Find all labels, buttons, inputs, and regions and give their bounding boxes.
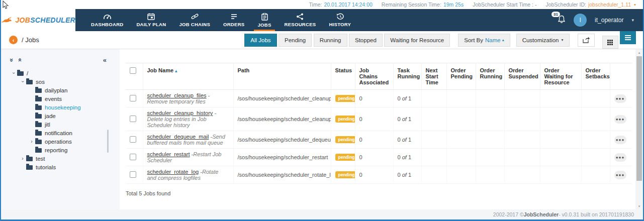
nav-item-jobs[interactable]: JOBS — [251, 9, 278, 31]
tab-stopped[interactable]: Stopped — [349, 34, 383, 47]
tab-waiting-for-resource[interactable]: Waiting for Resource — [384, 34, 450, 47]
expand-all-icon[interactable]: » — [8, 58, 16, 62]
tree-item-housekeeping[interactable]: housekeeping — [10, 103, 115, 112]
col-job-chains[interactable]: Job Chains Associated — [355, 63, 393, 90]
list-view-button[interactable] — [620, 31, 636, 44]
nav-item-history[interactable]: HISTORY — [322, 9, 357, 31]
folder-tree: › / › sos dailyplan events — [10, 69, 115, 171]
folder-icon — [35, 97, 42, 101]
row-actions-button[interactable]: ●●● — [614, 136, 626, 144]
jobs-table-panel: Job Name ▴ Path Status Job Chains Associ… — [120, 49, 643, 209]
col-order-setbacks[interactable]: Order Setbacks — [581, 63, 610, 90]
nav-item-orders[interactable]: ORDERS — [217, 9, 251, 31]
chevron-down-icon[interactable]: › — [20, 78, 26, 85]
col-path[interactable]: Path — [233, 63, 331, 90]
job-chains-count: 0 — [355, 131, 393, 149]
row-checkbox[interactable] — [130, 136, 136, 143]
status-badge: pending — [335, 95, 355, 102]
col-order-suspended[interactable]: Order Suspended — [504, 63, 540, 90]
status-badge: pending — [335, 154, 355, 161]
col-order-pending[interactable]: Order Pending — [446, 63, 476, 90]
sort-by-button[interactable]: Sort By Name ▴ — [458, 34, 510, 47]
chevron-down-icon[interactable]: ▾ — [631, 18, 634, 23]
breadcrumb: / Jobs — [22, 36, 39, 44]
tab-pending[interactable]: Pending — [279, 34, 312, 47]
sidebar-scrollbar[interactable] — [107, 130, 109, 153]
list-lines-icon — [230, 13, 238, 20]
tab-all-jobs[interactable]: All Jobs — [244, 34, 277, 47]
nav-item-dashboard[interactable]: DASHBOARD — [84, 9, 130, 31]
share-icon — [296, 13, 304, 20]
row-actions-button[interactable]: ●●● — [614, 171, 626, 179]
page-toolbar: ‹ / Jobs All Jobs Pending Running Stoppe… — [1, 31, 643, 49]
tree-item-jitl[interactable]: jitl — [10, 120, 115, 129]
export-icon — [583, 37, 590, 43]
jobscheduler-logo[interactable]: JOBSCHEDULER — [1, 9, 75, 31]
job-name-link[interactable]: scheduler_restart — [147, 151, 190, 157]
col-next-start[interactable]: Next Start Time — [421, 63, 446, 90]
row-actions-button[interactable]: ●●● — [614, 94, 626, 103]
user-avatar[interactable]: I — [574, 14, 587, 27]
chevron-down-icon[interactable]: › — [11, 70, 17, 77]
col-status[interactable]: Status — [331, 63, 355, 90]
job-path: /sos/housekeeping/scheduler_cleanup_hist… — [233, 107, 331, 131]
job-name-link[interactable]: scheduler_cleanup_history — [147, 110, 213, 116]
col-job-name[interactable]: Job Name ▴ — [143, 63, 233, 90]
row-checkbox[interactable] — [130, 154, 136, 160]
status-badge: pending — [335, 136, 355, 143]
tree-item-events[interactable]: events — [10, 94, 115, 103]
nav-item-resources[interactable]: RESOURCES — [278, 9, 323, 31]
customization-button[interactable]: Customization ▾ — [516, 34, 570, 47]
row-checkbox[interactable] — [130, 171, 136, 178]
row-actions-button[interactable]: ●●● — [614, 115, 626, 124]
job-name-link[interactable]: scheduler_cleanup_files — [147, 92, 207, 98]
grid-icon — [607, 40, 613, 45]
tree-item-tutorials[interactable]: tutorials — [10, 163, 115, 171]
username[interactable]: it_operator — [595, 17, 623, 24]
job-chains-count: 0 — [355, 166, 393, 184]
nav-item-daily-plan[interactable]: DAILY PLAN — [130, 9, 172, 31]
folder-icon — [35, 123, 42, 127]
scheduler-id-value[interactable]: jobscheduler_1.11 — [588, 2, 631, 8]
hare-icon — [1, 15, 13, 25]
select-all-checkbox[interactable] — [130, 67, 136, 74]
scrollbar-thumb[interactable] — [636, 56, 642, 181]
back-button[interactable]: ‹ — [9, 36, 18, 44]
tree-item-root[interactable]: › / — [10, 69, 115, 77]
folder-icon — [35, 105, 42, 110]
col-task-running[interactable]: Task Running — [393, 63, 421, 90]
row-checkbox[interactable] — [130, 95, 136, 101]
row-actions-button[interactable]: ●●● — [614, 153, 626, 162]
main-scrollbar[interactable]: ▴ ▾ — [635, 49, 643, 209]
tree-item-notification[interactable]: notification — [10, 129, 115, 137]
col-order-running[interactable]: Order Running — [476, 63, 504, 90]
row-checkbox[interactable] — [130, 116, 136, 122]
jobs-table: Job Name ▴ Path Status Job Chains Associ… — [126, 63, 632, 184]
scroll-down-icon[interactable]: ▾ — [638, 203, 640, 209]
tree-item-jade[interactable]: jade — [10, 112, 115, 120]
collapse-sidebar-icon[interactable]: « — [103, 56, 107, 64]
chevron-right-icon[interactable]: › — [19, 156, 26, 161]
table-row: scheduler_cleanup_history -Delete log en… — [126, 107, 632, 131]
folder-icon — [26, 80, 33, 84]
scroll-up-icon[interactable]: ▴ — [638, 49, 640, 56]
export-button[interactable] — [578, 34, 595, 47]
table-header-row: Job Name ▴ Path Status Job Chains Associ… — [126, 63, 632, 90]
job-name-link[interactable]: scheduler_dequeue_mail — [147, 134, 209, 140]
tab-running[interactable]: Running — [314, 34, 347, 47]
tree-item-sos[interactable]: › sos — [10, 77, 115, 86]
chevron-right-icon[interactable]: › — [28, 139, 35, 144]
job-name-link[interactable]: scheduler_rotate_log — [147, 169, 199, 175]
grid-view-button[interactable] — [602, 36, 618, 49]
folder-icon — [35, 148, 42, 153]
main-area: » » « › / › sos dailyplan — [1, 49, 643, 209]
tree-item-operations[interactable]: › operations — [10, 137, 115, 146]
tree-item-reporting[interactable]: reporting — [10, 146, 115, 154]
col-order-waiting[interactable]: Order Waiting for Resource — [540, 63, 581, 90]
collapse-all-icon[interactable]: » — [16, 58, 23, 62]
nav-item-job-chains[interactable]: JOB CHAINS — [172, 9, 217, 31]
notifications-button[interactable]: 31 — [558, 15, 566, 26]
chevron-down-icon[interactable]: ▾ — [634, 3, 636, 7]
tree-item-dailyplan[interactable]: dailyplan — [10, 86, 115, 94]
tree-item-test[interactable]: › test — [10, 154, 115, 163]
